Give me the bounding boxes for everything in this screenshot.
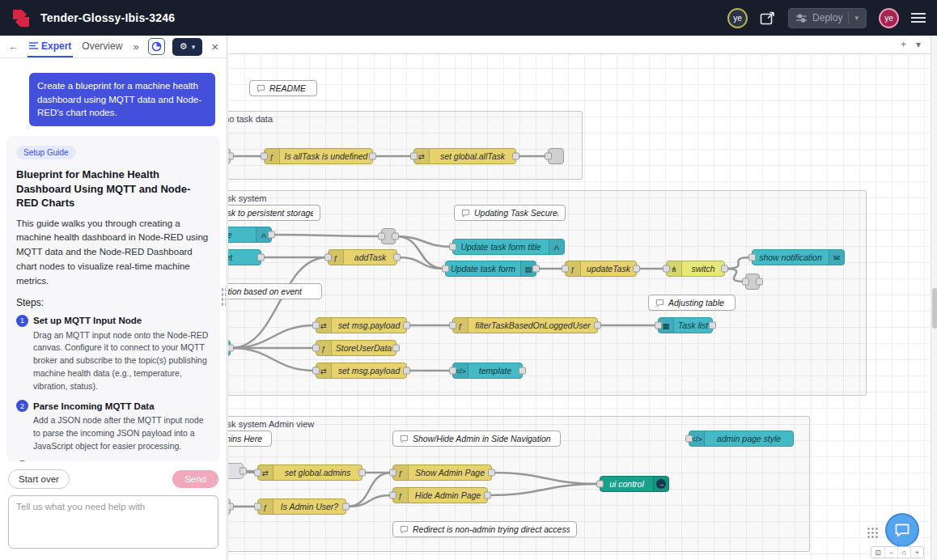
output-port[interactable] [268, 231, 275, 239]
share-export-icon[interactable] [760, 11, 776, 25]
output-port[interactable] [392, 233, 399, 240]
help-input[interactable] [8, 495, 218, 549]
node-set-global-alltask[interactable]: ⇄set global.allTask [413, 148, 516, 164]
output-port[interactable] [240, 468, 247, 475]
input-port[interactable] [312, 367, 320, 375]
node-link-in-user[interactable] [228, 498, 231, 515]
node-is-admin-user[interactable]: ƒIs Admin User? [257, 498, 346, 515]
output-port[interactable] [721, 265, 728, 273]
output-port[interactable] [403, 367, 410, 375]
input-port[interactable] [410, 153, 418, 160]
node-show-notification[interactable]: show notification✉ [752, 249, 845, 265]
node-addtask[interactable]: ƒaddTask [328, 249, 397, 265]
input-port[interactable] [748, 254, 756, 261]
output-port[interactable] [633, 265, 640, 273]
input-port[interactable] [389, 469, 396, 477]
output-port[interactable] [393, 254, 401, 261]
input-port[interactable] [312, 345, 320, 352]
output-port[interactable] [228, 345, 234, 352]
output-port[interactable] [756, 278, 763, 286]
comment-save-task[interactable]: Save task to persistent storage [228, 205, 320, 221]
zoom-reset-icon[interactable]: ○ [897, 547, 910, 558]
overflow-chevrons-icon[interactable]: » [131, 41, 140, 52]
node-ui-control[interactable]: ui control→ [600, 476, 669, 492]
vertical-scrollbar[interactable] [931, 36, 937, 560]
comment-adjusting-table[interactable]: Adjusting table [648, 295, 736, 311]
node-update-task-form[interactable]: Update task form▤ [445, 261, 536, 277]
output-port[interactable] [488, 469, 495, 477]
input-port[interactable] [685, 435, 693, 443]
node-task-source[interactable] [228, 340, 231, 356]
node-hide-admin-page[interactable]: ƒHide Admin Page [392, 487, 488, 503]
node-ticket[interactable]: ticket [228, 249, 261, 265]
node-show-admin-page[interactable]: ƒShow Admin Page [392, 465, 492, 481]
input-port[interactable] [389, 492, 396, 499]
output-port[interactable] [257, 254, 265, 261]
comment-readme[interactable]: README [249, 80, 317, 96]
node-update-task-form-title[interactable]: Update task form titleA [452, 239, 565, 255]
node-task-list[interactable]: ▦Task list [658, 317, 713, 333]
output-port[interactable] [392, 345, 400, 352]
menu-icon[interactable] [911, 12, 926, 23]
node-template[interactable]: </>template [452, 363, 523, 379]
node-link-in-demo[interactable] [228, 148, 231, 164]
output-port[interactable] [358, 469, 366, 477]
output-port[interactable] [228, 153, 234, 160]
node-junction-2[interactable] [745, 274, 760, 290]
comment-updating-task[interactable]: Updating Task Securely [454, 205, 566, 221]
node-admin-page-style[interactable]: </>admin page style [689, 431, 794, 447]
output-port[interactable] [594, 322, 601, 329]
input-port[interactable] [562, 265, 569, 273]
add-flow-icon[interactable]: + [901, 40, 906, 49]
output-port[interactable] [403, 322, 410, 329]
node-link-out-demo[interactable] [548, 148, 564, 164]
node-link-in-admin[interactable] [228, 463, 244, 479]
output-port[interactable] [228, 503, 234, 511]
output-port[interactable] [519, 367, 526, 375]
user-avatar[interactable]: ye [879, 8, 899, 28]
deploy-button[interactable]: Deploy ▾ [788, 8, 867, 28]
flow-list-caret-icon[interactable]: ▾ [916, 40, 921, 49]
back-icon[interactable]: ← [6, 41, 20, 52]
start-over-button[interactable]: Start over [8, 469, 70, 489]
node-switch[interactable]: ⋔switch [666, 261, 725, 277]
tab-overview[interactable]: Overview [80, 36, 124, 57]
zoom-out-icon[interactable]: − [884, 547, 897, 558]
panel-resize-handle[interactable] [221, 287, 226, 307]
flowfuse-logo-icon[interactable] [11, 8, 31, 28]
comment-admins-here[interactable]: Set Admins Here [228, 431, 272, 447]
node-set-global-admins[interactable]: ⇄set global.admins [257, 465, 363, 481]
output-port[interactable] [532, 265, 540, 273]
input-port[interactable] [663, 265, 670, 273]
input-port[interactable] [742, 278, 749, 286]
navigator-icon[interactable]: ⊡ [871, 547, 884, 558]
comment-redirect[interactable]: Redirect is non-admin trying direct acce… [392, 521, 577, 537]
input-port[interactable] [378, 233, 385, 240]
settings-dropdown-button[interactable]: ⚙ ▾ [172, 38, 202, 56]
node-junction-1[interactable] [381, 228, 396, 244]
output-port[interactable] [512, 153, 519, 160]
node-set-payload-1[interactable]: ⇄set msg.payload [316, 317, 407, 333]
input-port[interactable] [596, 481, 604, 488]
input-port[interactable] [254, 469, 261, 477]
input-port[interactable] [449, 367, 456, 375]
input-port[interactable] [449, 322, 456, 329]
output-port[interactable] [484, 492, 491, 499]
assistant-drag-handle-icon[interactable] [867, 527, 879, 539]
output-port[interactable] [369, 153, 376, 160]
node-updatetask[interactable]: ƒupdateTask [565, 261, 637, 277]
team-avatar[interactable]: ye [727, 8, 748, 28]
node-filter-task[interactable]: ƒfilterTaskBasedOnLoggedUser [452, 317, 598, 333]
input-port[interactable] [261, 153, 268, 160]
input-port[interactable] [449, 244, 456, 251]
input-port[interactable] [442, 265, 449, 273]
zoom-in-icon[interactable]: + [910, 547, 923, 558]
tab-expert[interactable]: Expert [28, 36, 73, 57]
output-port[interactable] [342, 503, 350, 511]
comment-show-hide-admin[interactable]: Show/Hide Admin in Side Navigation [392, 431, 561, 447]
send-button[interactable]: Send [172, 470, 218, 488]
input-port[interactable] [324, 254, 332, 261]
chat-assistant-fab[interactable] [885, 513, 919, 547]
output-port[interactable] [709, 322, 716, 329]
comment-action-event[interactable]: Take action based on event [228, 283, 322, 299]
